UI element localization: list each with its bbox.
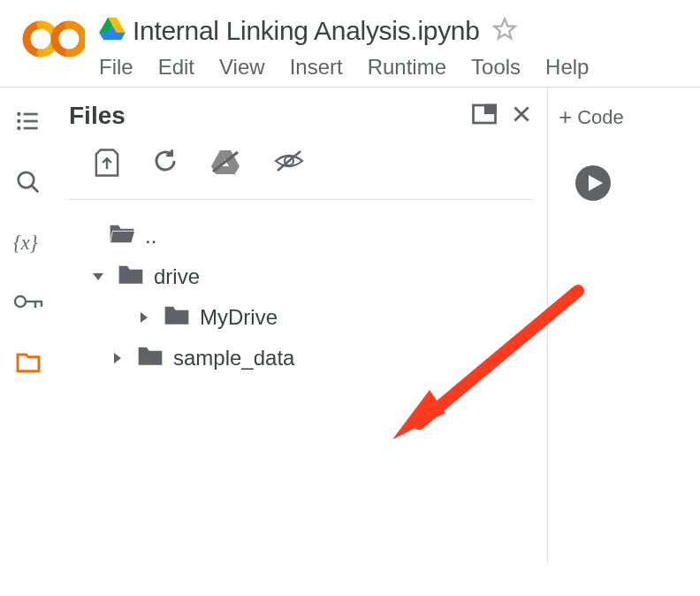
panel-title: Files [69,102,126,130]
svg-rect-11 [23,127,37,130]
svg-marker-30 [141,312,148,323]
refresh-icon[interactable] [152,148,179,181]
svg-point-8 [17,119,20,123]
menu-edit[interactable]: Edit [158,55,194,80]
tree-drive-item[interactable]: drive [69,256,538,297]
svg-rect-20 [485,105,495,113]
folder-label: sample_data [173,346,294,371]
svg-point-15 [15,296,26,307]
title-area: Internal Linking Analysis.ipynb File Edi… [99,16,686,80]
google-drive-icon [99,18,126,44]
svg-marker-33 [392,390,445,439]
menu-tools[interactable]: Tools [471,55,521,80]
menu-view[interactable]: View [219,55,265,80]
files-tab-icon[interactable] [14,348,42,379]
close-icon[interactable] [510,103,533,129]
menu-runtime[interactable]: Runtime [368,55,446,80]
chevron-right-icon[interactable] [108,351,127,365]
folder-label: .. [145,224,156,248]
files-toolbar [69,134,533,200]
folder-icon [117,262,145,292]
toggle-hidden-icon[interactable] [272,148,306,181]
folder-open-icon [108,221,136,251]
menu-insert[interactable]: Insert [290,55,343,80]
folder-icon [163,302,191,332]
search-icon[interactable] [15,169,42,199]
folder-icon [136,343,164,373]
svg-line-28 [278,151,301,171]
tree-sampledata-item[interactable]: sample_data [69,338,538,378]
topbar: Internal Linking Analysis.ipynb File Edi… [0,0,700,88]
popout-icon[interactable] [471,103,498,129]
add-code-label: Code [577,106,624,129]
secrets-icon[interactable] [12,289,44,317]
menubar: File Edit View Insert Runtime Tools Help [99,55,686,80]
left-rail: {x} [0,88,57,563]
svg-marker-31 [114,353,121,363]
folder-label: drive [154,264,200,289]
table-of-contents-icon[interactable] [14,107,42,139]
svg-text:{x}: {x} [13,232,38,254]
mount-drive-icon[interactable] [210,148,240,181]
menu-help[interactable]: Help [545,55,589,80]
tree-parent-item[interactable]: .. [69,216,538,256]
chevron-right-icon[interactable] [134,310,154,325]
svg-point-10 [17,126,20,130]
plus-icon: + [559,103,572,131]
svg-line-13 [31,186,38,193]
run-cell-button[interactable] [574,164,700,205]
svg-point-6 [17,112,20,116]
add-code-button[interactable]: + Code [559,103,700,131]
notebook-title[interactable]: Internal Linking Analysis.ipynb [133,16,480,46]
tree-mydrive-item[interactable]: MyDrive [69,297,538,338]
variables-icon[interactable]: {x} [13,229,43,259]
main: {x} Files [0,88,700,563]
svg-marker-29 [93,273,103,280]
files-panel: Files [57,88,548,563]
file-tree: .. drive [64,200,538,378]
svg-point-12 [18,172,34,188]
svg-marker-4 [100,33,126,40]
star-icon[interactable] [492,17,517,45]
notebook-area: + Code [548,88,700,563]
svg-rect-9 [23,120,37,123]
colab-logo-icon [21,19,85,62]
menu-file[interactable]: File [99,55,133,80]
upload-icon[interactable] [94,148,120,181]
svg-marker-5 [494,19,514,38]
svg-rect-7 [23,113,37,116]
folder-label: MyDrive [200,305,278,330]
chevron-down-icon[interactable] [88,271,108,282]
